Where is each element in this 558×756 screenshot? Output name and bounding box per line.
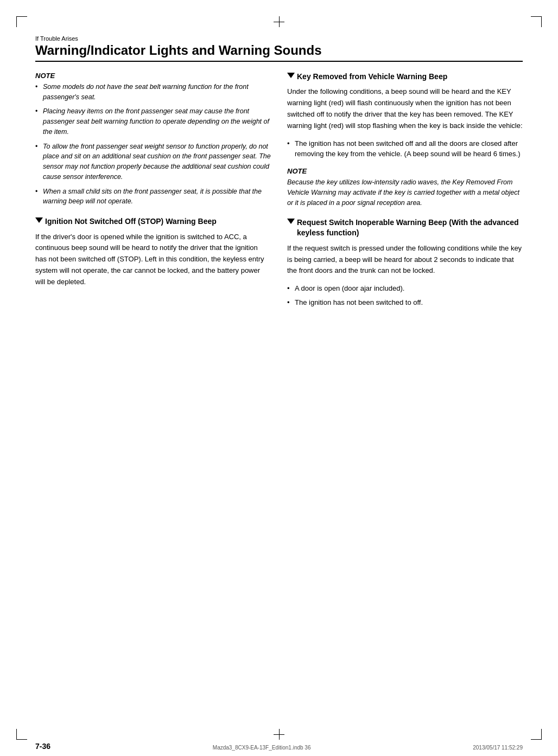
list-item: Some models do not have the seat belt wa… [35, 82, 271, 102]
corner-mark-bl [16, 729, 27, 740]
note-text-key-removed: Because the key utilizes low-intensity r… [287, 177, 523, 209]
right-column: Key Removed from Vehicle Warning Beep Un… [287, 72, 523, 315]
corner-mark-tl [16, 16, 27, 27]
triangle-icon [35, 217, 43, 223]
note-block-key-removed: NOTE Because the key utilizes low-intens… [287, 167, 523, 209]
footer-file: Mazda3_8CX9-EA-13F_Edition1.indb 36 [213, 745, 311, 751]
page: If Trouble Arises Warning/Indicator Ligh… [0, 0, 558, 756]
triangle-icon-2 [287, 73, 295, 78]
cross-bottom [274, 729, 284, 740]
request-switch-bullets: A door is open (door ajar included). The… [287, 283, 523, 307]
two-column-layout: NOTE Some models do not have the seat be… [35, 72, 523, 315]
key-removed-bullets: The ignition has not been switched off a… [287, 138, 523, 159]
note-list-left: Some models do not have the seat belt wa… [35, 82, 271, 207]
content-area: If Trouble Arises Warning/Indicator Ligh… [35, 35, 523, 721]
ignition-heading: Ignition Not Switched Off (STOP) Warning… [35, 216, 271, 227]
note-block-left: NOTE Some models do not have the seat be… [35, 72, 271, 207]
note-label-key-removed: NOTE [287, 167, 523, 175]
request-switch-text: If the request switch is pressed under t… [287, 243, 523, 277]
list-item: To allow the front passenger seat weight… [35, 142, 271, 182]
list-item: When a small child sits on the front pas… [35, 187, 271, 207]
triangle-icon-3 [287, 219, 295, 224]
page-number: 7-36 [35, 742, 50, 751]
heading-rule [35, 61, 523, 62]
corner-mark-tr [531, 16, 542, 27]
cross-top [274, 16, 284, 27]
key-removed-heading: Key Removed from Vehicle Warning Beep [287, 72, 523, 82]
ignition-text: If the driver's door is opened while the… [35, 232, 271, 288]
request-switch-heading: Request Switch Inoperable Warning Beep (… [287, 217, 523, 239]
page-footer: 7-36 Mazda3_8CX9-EA-13F_Edition1.indb 36… [35, 742, 523, 751]
list-item: The ignition has not been switched to of… [287, 297, 523, 308]
note-label-left: NOTE [35, 72, 271, 80]
list-item: A door is open (door ajar included). [287, 283, 523, 294]
left-column: NOTE Some models do not have the seat be… [35, 72, 271, 315]
key-removed-text: Under the following conditions, a beep s… [287, 86, 523, 131]
section-label: If Trouble Arises [35, 35, 523, 42]
corner-mark-br [531, 729, 542, 740]
list-item: Placing heavy items on the front passeng… [35, 106, 271, 137]
footer-date: 2013/05/17 11:52:29 [473, 745, 523, 751]
list-item: The ignition has not been switched off a… [287, 138, 523, 159]
page-title: Warning/Indicator Lights and Warning Sou… [35, 43, 523, 59]
